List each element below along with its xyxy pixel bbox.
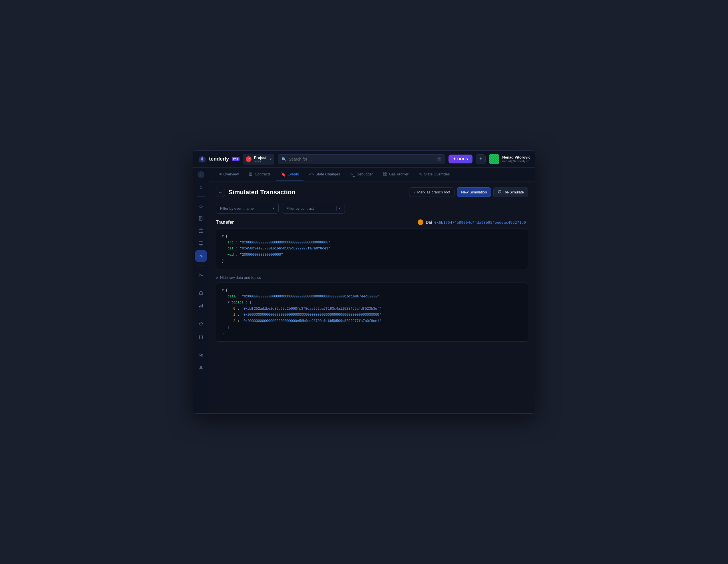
branch-icon: ⑂ (413, 190, 416, 194)
re-simulate-button[interactable]: Re-Simulate (493, 187, 528, 197)
search-bar[interactable]: 🔍 / (278, 154, 445, 164)
topic-1-line: 1 : "0x000000000000000000000000000000000… (222, 312, 522, 318)
contract-name: Dai (426, 220, 432, 224)
sidebar-item-alerts[interactable] (195, 288, 207, 299)
contracts-icon (249, 172, 253, 176)
project-name: Project (254, 155, 266, 160)
sidebar-item-contracts[interactable]: ◇ (195, 200, 207, 211)
raw-data-block: ▼ { data : "0x00000000000000000000000000… (216, 283, 528, 342)
new-simulation-button[interactable]: New Simulation (457, 187, 491, 197)
filter-divider (270, 206, 270, 210)
project-selector[interactable]: P Project project ▾ (243, 154, 274, 164)
project-sub: project (254, 160, 266, 163)
user-info: Nenad Vitorovic nenad@tenderly.co (502, 155, 530, 163)
sidebar: › ⌂ ◇ (193, 168, 209, 414)
sidebar-item-team[interactable] (195, 350, 207, 361)
json-dst-line: dst : "0xe58b9ee93700a616b50509c8292977f… (222, 246, 522, 252)
sidebar-item-functions[interactable] (195, 331, 207, 343)
topics-toggle[interactable]: ▼ (228, 300, 230, 306)
user-area: Nenad Vitorovic nenad@tenderly.co (489, 154, 530, 164)
search-icon: 🔍 (281, 157, 286, 161)
topic-2-line: 2 : "0x000000000000000000000000e58b9ee93… (222, 318, 522, 325)
contract-filter-chevron-icon: ▾ (339, 206, 341, 210)
page-title-area: ← Simulated Transaction (216, 188, 295, 197)
svg-rect-23 (383, 172, 385, 173)
overview-icon: ≡ (219, 172, 222, 176)
sidebar-collapse-button[interactable]: › (198, 171, 204, 178)
re-simulate-icon (498, 190, 502, 194)
sidebar-divider-2 (197, 265, 205, 265)
tab-debugger[interactable]: >_ Debugger (346, 168, 377, 181)
event-filter-chevron-icon: ▾ (273, 206, 274, 210)
tab-state-overrides[interactable]: ✎ State Overrides (414, 168, 454, 181)
sidebar-divider-4 (197, 315, 205, 315)
sidebar-item-cloud[interactable] (195, 319, 207, 330)
svg-rect-25 (383, 174, 385, 175)
event-json-block: ▼ { src : "0x000000000000000000000000000… (216, 228, 528, 269)
topbar: tenderly PRO P Project project ▾ 🔍 / ✦ D… (193, 150, 535, 168)
tenderly-logo-icon (198, 154, 207, 164)
logo-text: tenderly (209, 156, 229, 162)
svg-rect-24 (385, 172, 387, 173)
page-content: ← Simulated Transaction ⑂ Mark as branch… (209, 181, 535, 414)
tab-contracts[interactable]: Contracts (244, 168, 275, 181)
sidebar-item-docs[interactable] (195, 212, 207, 224)
sidebar-item-members[interactable] (195, 362, 207, 374)
event-name-filter-text: Filter by event name (220, 206, 254, 210)
svg-rect-9 (199, 242, 203, 244)
tab-gas-profiler-label: Gas Profiler (389, 172, 409, 176)
search-input[interactable] (289, 157, 435, 161)
contract-filter-text: Filter by contract (286, 206, 314, 210)
page-title: Simulated Transaction (228, 188, 295, 196)
user-email: nenad@tenderly.co (502, 159, 530, 163)
mark-branch-button[interactable]: ⑂ Mark as branch root (409, 187, 455, 197)
svg-point-17 (201, 354, 202, 356)
nav-tabs: ≡ Overview Contracts 🔖 Events <> (209, 168, 535, 181)
svg-rect-7 (199, 230, 203, 232)
add-button[interactable]: + (476, 154, 486, 164)
svg-rect-14 (200, 305, 201, 308)
event-name: Transfer (216, 220, 234, 225)
raw-toggle[interactable]: ▼ (222, 288, 224, 294)
topics-close: ] (222, 325, 522, 331)
sidebar-item-wallet[interactable] (195, 225, 207, 236)
tab-overview[interactable]: ≡ Overview (215, 168, 243, 181)
re-simulate-label: Re-Simulate (503, 190, 524, 194)
svg-rect-15 (202, 304, 203, 308)
json-toggle[interactable]: ▼ (222, 233, 224, 240)
slash-badge: / (437, 157, 441, 161)
sidebar-item-monitor[interactable] (195, 238, 207, 249)
svg-point-16 (200, 354, 201, 356)
project-icon: P (246, 156, 252, 162)
avatar (489, 154, 499, 164)
state-overrides-icon: ✎ (419, 172, 422, 176)
tab-events[interactable]: 🔖 Events (276, 168, 303, 181)
json-src-line: src : "0x0000000000000000000000000000000… (222, 240, 522, 246)
svg-rect-26 (385, 174, 387, 175)
contract-icon (418, 219, 423, 225)
toggle-chevron-icon: ∧ (216, 275, 218, 279)
tab-gas-profiler[interactable]: Gas Profiler (379, 168, 413, 181)
tab-events-label: Events (287, 172, 299, 176)
tab-state-changes[interactable]: <> State Changes (305, 168, 345, 181)
back-button[interactable]: ← (216, 188, 225, 197)
tab-debugger-label: Debugger (357, 172, 373, 176)
sidebar-divider-5 (197, 346, 205, 346)
toggle-label: Hide raw data and topics (220, 275, 261, 280)
docs-button[interactable]: ✦ DOCS (449, 154, 472, 163)
mark-branch-label: Mark as branch root (417, 190, 451, 194)
filters-row: Filter by event name ▾ Filter by contrac… (216, 203, 528, 214)
sidebar-item-analytics[interactable] (195, 300, 207, 312)
contract-address[interactable]: 0x6b175474e89094c44da98b954eedeac495271d… (434, 220, 528, 224)
event-section: Transfer Dai 0x6b175474e89094c44da98b954… (216, 219, 528, 342)
contract-filter-divider (336, 206, 337, 210)
svg-rect-13 (199, 306, 200, 308)
hide-raw-data-toggle[interactable]: ∧ Hide raw data and topics (216, 272, 528, 283)
sidebar-item-events[interactable] (195, 250, 207, 262)
svg-point-18 (200, 367, 202, 368)
sidebar-item-home[interactable]: ⌂ (195, 181, 207, 193)
sidebar-item-terminal[interactable] (195, 269, 207, 280)
event-name-filter[interactable]: Filter by event name ▾ (216, 203, 279, 214)
contract-filter[interactable]: Filter by contract ▾ (282, 203, 345, 214)
tab-contracts-label: Contracts (255, 172, 271, 176)
